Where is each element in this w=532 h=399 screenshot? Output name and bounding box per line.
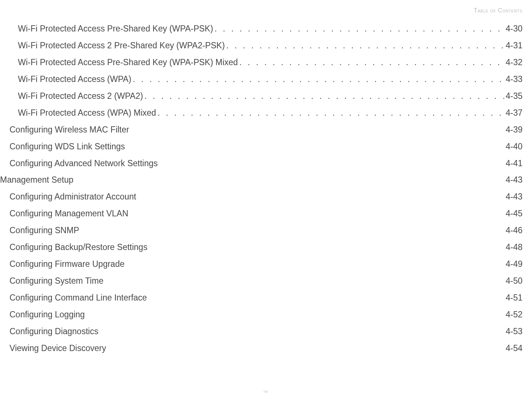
toc-entry-label: Configuring Command Line Interface: [10, 291, 147, 305]
toc-list: Wi-Fi Protected Access Pre-Shared Key (W…: [0, 20, 522, 357]
toc-leader: . . . . . . . . . . . . . . . . . . . . …: [239, 56, 504, 70]
toc-entry-page: 4-54: [506, 342, 522, 355]
toc-leader: . . . . . . . . . . . . . . . . . . . . …: [86, 308, 504, 322]
toc-entry-label: Configuring System Time: [10, 274, 103, 288]
toc-entry-label: Configuring Firmware Upgrade: [10, 257, 124, 271]
toc-entry-page: 4-39: [506, 123, 522, 137]
toc-leader: . . . . . . . . . . . . . . . . . . . . …: [105, 274, 504, 288]
toc-entry[interactable]: Configuring Logging . . . . . . . . . . …: [0, 306, 522, 323]
toc-entry[interactable]: Wi-Fi Protected Access 2 (WPA2) . . . . …: [0, 88, 522, 105]
toc-entry-page: 4-45: [506, 207, 522, 221]
toc-entry-label: Wi-Fi Protected Access Pre-Shared Key (W…: [18, 56, 238, 70]
toc-leader: . . . . . . . . . . . . . . . . . . . . …: [131, 123, 504, 137]
toc-entry[interactable]: Configuring Wireless MAC Filter . . . . …: [0, 122, 522, 138]
toc-entry-label: Configuring Advanced Network Settings: [10, 157, 158, 171]
toc-entry[interactable]: Configuring Diagnostics . . . . . . . . …: [0, 323, 522, 340]
toc-entry-label: Configuring Diagnostics: [10, 325, 98, 339]
toc-leader: . . . . . . . . . . . . . . . . . . . . …: [137, 190, 504, 204]
toc-leader: . . . . . . . . . . . . . . . . . . . . …: [75, 173, 504, 187]
toc-entry-page: 4-40: [506, 140, 522, 154]
toc-entry-page: 4-53: [506, 325, 522, 339]
toc-entry-page: 4-33: [506, 72, 522, 86]
toc-entry[interactable]: Management Setup . . . . . . . . . . . .…: [0, 172, 522, 189]
toc-entry-label: Viewing Device Discovery: [10, 342, 106, 355]
toc-entry-page: 4-48: [506, 240, 522, 254]
toc-entry[interactable]: Wi-Fi Protected Access Pre-Shared Key (W…: [0, 54, 522, 71]
toc-entry-page: 4-35: [506, 89, 522, 103]
toc-leader: . . . . . . . . . . . . . . . . . . . . …: [158, 106, 504, 120]
toc-leader: . . . . . . . . . . . . . . . . . . . . …: [149, 240, 504, 254]
toc-entry[interactable]: Configuring Administrator Account . . . …: [0, 189, 522, 205]
toc-entry-label: Wi-Fi Protected Access 2 Pre-Shared Key …: [18, 39, 225, 53]
toc-entry-label: Configuring Logging: [10, 308, 85, 322]
toc-entry-label: Configuring Backup/Restore Settings: [10, 240, 147, 254]
toc-entry-page: 4-46: [506, 224, 522, 238]
toc-leader: . . . . . . . . . . . . . . . . . . . . …: [100, 325, 504, 339]
toc-entry[interactable]: Wi-Fi Protected Access Pre-Shared Key (W…: [0, 20, 522, 37]
toc-entry-page: 4-31: [506, 39, 522, 53]
toc-entry-page: 4-37: [506, 106, 522, 120]
toc-entry-label: Wi-Fi Protected Access Pre-Shared Key (W…: [18, 22, 213, 36]
toc-leader: . . . . . . . . . . . . . . . . . . . . …: [133, 72, 504, 86]
toc-entry-page: 4-32: [506, 56, 522, 70]
toc-entry-label: Wi-Fi Protected Access 2 (WPA2): [18, 89, 143, 103]
toc-entry[interactable]: Configuring SNMP . . . . . . . . . . . .…: [0, 222, 522, 239]
toc-entry[interactable]: Configuring System Time . . . . . . . . …: [0, 273, 522, 290]
toc-entry-page: 4-30: [506, 22, 522, 36]
toc-entry[interactable]: Wi-Fi Protected Access 2 Pre-Shared Key …: [0, 37, 522, 54]
toc-entry[interactable]: Configuring Advanced Network Settings . …: [0, 155, 522, 172]
page-number: iv: [264, 388, 268, 394]
toc-entry-label: Configuring Management VLAN: [10, 207, 128, 221]
toc-entry[interactable]: Wi-Fi Protected Access (WPA) Mixed . . .…: [0, 105, 522, 122]
toc-entry[interactable]: Configuring Firmware Upgrade . . . . . .…: [0, 256, 522, 273]
toc-leader: . . . . . . . . . . . . . . . . . . . . …: [107, 342, 504, 355]
toc-leader: . . . . . . . . . . . . . . . . . . . . …: [159, 157, 504, 171]
toc-entry[interactable]: Configuring Backup/Restore Settings . . …: [0, 239, 522, 256]
toc-leader: . . . . . . . . . . . . . . . . . . . . …: [215, 22, 504, 36]
toc-entry-page: 4-43: [506, 190, 522, 204]
toc-leader: . . . . . . . . . . . . . . . . . . . . …: [130, 207, 504, 221]
toc-entry-page: 4-50: [506, 274, 522, 288]
toc-entry-label: Management Setup: [0, 173, 73, 187]
toc-entry-label: Configuring SNMP: [10, 224, 79, 238]
toc-entry-label: Configuring Administrator Account: [10, 190, 136, 204]
toc-entry-label: Configuring WDS Link Settings: [10, 140, 125, 154]
toc-entry[interactable]: Configuring WDS Link Settings . . . . . …: [0, 138, 522, 155]
toc-entry[interactable]: Configuring Command Line Interface . . .…: [0, 290, 522, 306]
toc-leader: . . . . . . . . . . . . . . . . . . . . …: [148, 291, 504, 305]
page-footer: iv: [0, 388, 532, 394]
toc-entry-page: 4-51: [506, 291, 522, 305]
toc-leader: . . . . . . . . . . . . . . . . . . . . …: [80, 224, 504, 238]
toc-entry-page: 4-49: [506, 257, 522, 271]
toc-leader: . . . . . . . . . . . . . . . . . . . . …: [126, 257, 504, 271]
toc-entry[interactable]: Configuring Management VLAN . . . . . . …: [0, 205, 522, 222]
toc-leader: . . . . . . . . . . . . . . . . . . . . …: [127, 140, 504, 154]
toc-leader: . . . . . . . . . . . . . . . . . . . . …: [226, 39, 504, 53]
toc-entry-label: Wi-Fi Protected Access (WPA) Mixed: [18, 106, 156, 120]
toc-entry-label: Wi-Fi Protected Access (WPA): [18, 72, 131, 86]
toc-entry-page: 4-43: [506, 173, 522, 187]
toc-entry[interactable]: Wi-Fi Protected Access (WPA) . . . . . .…: [0, 71, 522, 88]
toc-leader: . . . . . . . . . . . . . . . . . . . . …: [144, 89, 504, 103]
page-header-label: Table of Contents: [474, 7, 522, 14]
toc-entry-page: 4-41: [506, 157, 522, 171]
toc-entry-label: Configuring Wireless MAC Filter: [10, 123, 129, 137]
toc-entry-page: 4-52: [506, 308, 522, 322]
toc-entry[interactable]: Viewing Device Discovery . . . . . . . .…: [0, 340, 522, 357]
